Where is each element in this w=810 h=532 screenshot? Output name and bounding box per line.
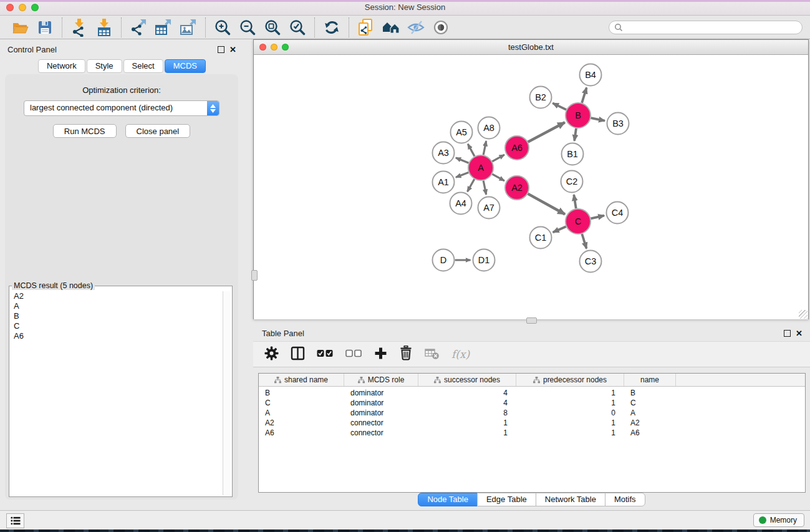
table-cell-shared-name[interactable]: A6 xyxy=(259,428,344,438)
graph-edge-C-C2[interactable] xyxy=(574,195,576,208)
table-cell-predecessor-nodes[interactable]: 1 xyxy=(516,389,624,399)
network-canvas[interactable]: B4B2BB3A8A5A6A3B1AA1C2A2A4A7C4CC1C3DD1 xyxy=(254,55,808,319)
tab-style[interactable]: Style xyxy=(87,59,122,73)
graph-node-A6[interactable]: A6 xyxy=(505,136,529,160)
graph-edge-B-B4[interactable] xyxy=(582,88,587,103)
deselect-all-checkboxes-button[interactable] xyxy=(345,349,362,360)
table-row[interactable]: Bdominator41B xyxy=(259,389,805,399)
table-cell-successor-nodes[interactable]: 8 xyxy=(418,409,516,418)
graph-node-D1[interactable]: D1 xyxy=(473,249,495,271)
graph-node-A7[interactable]: A7 xyxy=(478,197,500,219)
zoom-in-button[interactable] xyxy=(210,17,235,38)
open-session-button[interactable] xyxy=(7,17,32,38)
tab-network-table[interactable]: Network Table xyxy=(536,493,605,506)
graph-node-A8[interactable]: A8 xyxy=(478,117,500,139)
graph-edge-A-A6[interactable] xyxy=(492,155,504,162)
table-cell-shared-name[interactable]: C xyxy=(259,399,344,409)
mcds-result-item[interactable]: A2 xyxy=(9,291,223,301)
add-column-button[interactable] xyxy=(374,347,387,362)
table-row[interactable]: A6connector11A6 xyxy=(259,428,805,438)
network-window-titlebar[interactable]: testGlobe.txt xyxy=(254,40,808,55)
graph-edge-B-B2[interactable] xyxy=(552,103,566,110)
graph-node-C[interactable]: C xyxy=(566,209,591,234)
close-panel-icon[interactable]: ✕ xyxy=(229,47,236,53)
graph-node-B2[interactable]: B2 xyxy=(530,87,552,109)
table-cell-successor-nodes[interactable]: 4 xyxy=(418,399,516,409)
table-cell-predecessor-nodes[interactable]: 1 xyxy=(516,428,624,438)
run-mcds-button[interactable]: Run MCDS xyxy=(53,124,117,138)
save-session-button[interactable] xyxy=(32,17,57,38)
search-field[interactable] xyxy=(609,21,803,34)
toggle-columns-button[interactable] xyxy=(291,346,305,363)
window-resize-grip[interactable] xyxy=(799,310,808,319)
refresh-layout-button[interactable] xyxy=(319,17,344,38)
graph-edge-C-C1[interactable] xyxy=(553,226,566,232)
column-header-name[interactable]: name xyxy=(624,374,676,386)
graph-node-C4[interactable]: C4 xyxy=(607,202,629,224)
first-neighbors-button[interactable] xyxy=(378,17,403,38)
graph-edge-A-A8[interactable] xyxy=(483,141,486,155)
table-cell-successor-nodes[interactable]: 1 xyxy=(418,428,516,438)
float-panel-icon[interactable] xyxy=(218,46,224,53)
tab-node-table[interactable]: Node Table xyxy=(418,493,478,506)
zoom-out-button[interactable] xyxy=(235,17,260,38)
graph-edge-A2-C[interactable] xyxy=(528,194,565,215)
mcds-result-list[interactable]: A2ABCA6 xyxy=(9,291,223,495)
graph-edge-A-A1[interactable] xyxy=(456,173,468,178)
tab-select[interactable]: Select xyxy=(123,59,163,73)
graph-edge-C-C3[interactable] xyxy=(582,234,586,248)
task-history-button[interactable] xyxy=(6,513,24,528)
import-table-button[interactable] xyxy=(92,17,117,38)
import-network-button[interactable] xyxy=(67,17,92,38)
zoom-fit-button[interactable] xyxy=(260,17,285,38)
function-builder-button[interactable]: f(x) xyxy=(451,348,470,360)
mcds-result-item[interactable]: B xyxy=(9,311,223,321)
tab-network[interactable]: Network xyxy=(38,59,85,73)
graph-edge-B-B1[interactable] xyxy=(574,128,576,141)
export-image-button[interactable] xyxy=(176,17,201,38)
select-all-checkboxes-button[interactable] xyxy=(317,349,334,360)
graph-node-A4[interactable]: A4 xyxy=(450,193,472,215)
delete-column-button[interactable] xyxy=(399,346,413,363)
tab-mcds[interactable]: MCDS xyxy=(165,59,206,73)
table-cell-mcds-role[interactable]: dominator xyxy=(344,409,418,418)
table-cell-predecessor-nodes[interactable]: 0 xyxy=(516,409,624,418)
graph-node-C1[interactable]: C1 xyxy=(530,227,552,249)
table-cell-name[interactable]: A xyxy=(624,409,676,418)
table-cell-name[interactable]: B xyxy=(624,389,676,399)
graph-node-B1[interactable]: B1 xyxy=(562,143,584,165)
graph-edge-C-C4[interactable] xyxy=(591,216,604,219)
graph-edge-A-A3[interactable] xyxy=(456,158,469,163)
main-titlebar[interactable]: Session: New Session xyxy=(0,0,810,16)
graph-node-B[interactable]: B xyxy=(566,103,591,128)
graph-edge-B-B3[interactable] xyxy=(591,118,605,121)
graph-node-D[interactable]: D xyxy=(433,249,455,271)
table-cell-shared-name[interactable]: A xyxy=(259,409,344,418)
memory-button[interactable]: Memory xyxy=(753,513,804,527)
column-header-mcds-role[interactable]: MCDS role xyxy=(344,374,418,386)
graph-node-A3[interactable]: A3 xyxy=(433,142,455,164)
table-cell-predecessor-nodes[interactable]: 1 xyxy=(516,418,624,428)
table-cell-name[interactable]: C xyxy=(624,399,676,409)
graph-edge-A-A5[interactable] xyxy=(468,144,475,157)
tab-motifs[interactable]: Motifs xyxy=(605,493,645,506)
mcds-result-item[interactable]: C xyxy=(9,321,223,331)
export-table-button[interactable] xyxy=(151,17,176,38)
table-row[interactable]: Adominator80A xyxy=(259,409,805,418)
table-cell-shared-name[interactable]: A2 xyxy=(259,418,344,428)
close-table-panel-icon[interactable]: ✕ xyxy=(796,331,803,337)
graph-edge-A-A7[interactable] xyxy=(483,181,486,195)
graph-edge-A-A4[interactable] xyxy=(468,179,475,191)
graph-edge-A-A2[interactable] xyxy=(492,174,504,181)
graph-node-C3[interactable]: C3 xyxy=(580,251,602,273)
column-header-shared-name[interactable]: shared name xyxy=(259,374,344,386)
show-all-button[interactable] xyxy=(428,17,453,38)
tab-edge-table[interactable]: Edge Table xyxy=(477,493,536,506)
graph-node-A1[interactable]: A1 xyxy=(433,172,455,193)
graph-node-B4[interactable]: B4 xyxy=(580,64,602,86)
delete-table-button[interactable] xyxy=(425,346,440,362)
table-cell-name[interactable]: A6 xyxy=(624,428,676,438)
new-network-from-selection-button[interactable] xyxy=(354,17,378,38)
bottom-divider-handle[interactable] xyxy=(526,317,537,324)
table-cell-mcds-role[interactable]: dominator xyxy=(344,399,418,409)
